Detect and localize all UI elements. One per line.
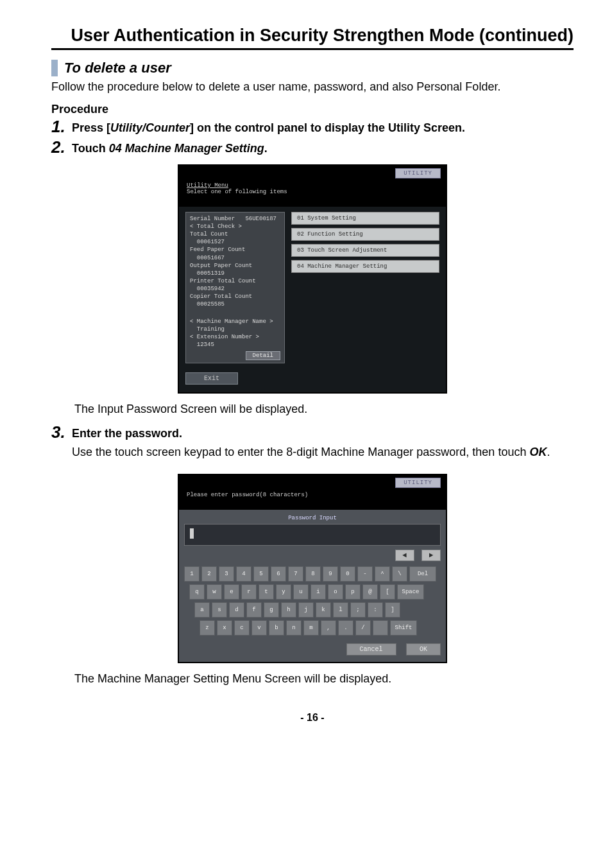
- key-p[interactable]: p: [345, 584, 361, 600]
- key-r[interactable]: r: [241, 584, 257, 600]
- password-header-text: Please enter password(8 characters): [187, 492, 438, 498]
- key-k[interactable]: k: [316, 602, 331, 618]
- step-1-number: 1.: [51, 117, 72, 136]
- key-i[interactable]: i: [310, 584, 326, 600]
- procedure-label: Procedure: [51, 103, 574, 116]
- key-g[interactable]: g: [264, 602, 279, 618]
- key-0[interactable]: 0: [340, 566, 355, 582]
- key-m[interactable]: m: [303, 620, 319, 636]
- step-3-desc-b: .: [547, 446, 550, 458]
- key-6[interactable]: 6: [271, 566, 286, 582]
- step-1-tail: ] on the control panel to display the Ut…: [190, 121, 465, 134]
- total-count-label: Total Count: [190, 230, 280, 238]
- ext-number-value: 12345: [190, 341, 280, 349]
- key-shift[interactable]: Shift: [390, 620, 417, 636]
- step-2-lead: Touch: [72, 142, 109, 155]
- key-9[interactable]: 9: [323, 566, 338, 582]
- key-3[interactable]: 3: [219, 566, 234, 582]
- key-comma[interactable]: ,: [321, 620, 336, 636]
- password-cursor: [190, 528, 194, 539]
- key-d[interactable]: d: [229, 602, 244, 618]
- copier-total-label: Copier Total Count: [190, 293, 280, 300]
- key-f[interactable]: f: [246, 602, 262, 618]
- key-v[interactable]: v: [251, 620, 267, 636]
- password-input-field[interactable]: [184, 524, 441, 546]
- key-caret[interactable]: ^: [375, 566, 390, 582]
- cursor-left-button[interactable]: ◄: [395, 550, 414, 561]
- key-period[interactable]: .: [338, 620, 353, 636]
- key-n[interactable]: n: [286, 620, 302, 636]
- key-y[interactable]: y: [276, 584, 291, 600]
- utility-header-line2: Select one of following items: [187, 189, 438, 195]
- key-lbracket[interactable]: [: [380, 584, 395, 600]
- key-4[interactable]: 4: [236, 566, 251, 582]
- cursor-right-button[interactable]: ►: [421, 550, 441, 561]
- step-3-number: 3.: [51, 423, 72, 442]
- step-2: 2. Touch 04 Machine Manager Setting.: [51, 138, 574, 157]
- key-s[interactable]: s: [212, 602, 227, 618]
- exit-button[interactable]: Exit: [185, 372, 238, 385]
- menu-03-touch-screen-adjustment[interactable]: 03 Touch Screen Adjustment: [291, 244, 439, 257]
- key-j[interactable]: j: [298, 602, 314, 618]
- step-3: 3. Enter the password. Use the touch scr…: [51, 423, 574, 466]
- key-colon[interactable]: :: [368, 602, 383, 618]
- key-w[interactable]: w: [207, 584, 222, 600]
- cancel-button[interactable]: Cancel: [346, 643, 396, 655]
- key-1[interactable]: 1: [184, 566, 200, 582]
- key-8[interactable]: 8: [305, 566, 321, 582]
- ok-button[interactable]: OK: [406, 643, 441, 655]
- page-title-container: User Authentication in Security Strength…: [51, 26, 574, 50]
- key-u[interactable]: u: [293, 584, 309, 600]
- detail-button[interactable]: Detail: [246, 351, 280, 360]
- key-t[interactable]: t: [259, 584, 274, 600]
- step-2-number: 2.: [51, 138, 72, 157]
- key-at[interactable]: @: [362, 584, 378, 600]
- key-e[interactable]: e: [224, 584, 239, 600]
- key-slash[interactable]: /: [355, 620, 371, 636]
- key-semicolon[interactable]: ;: [350, 602, 366, 618]
- mgr-name-label: < Machine Manager Name >: [190, 318, 280, 326]
- total-count-value: 00061527: [190, 238, 280, 246]
- menu-04-machine-manager-setting[interactable]: 04 Machine Manager Setting: [291, 260, 439, 273]
- key-space[interactable]: Space: [397, 584, 424, 600]
- step-2-emph: 04 Machine Manager Setting: [109, 142, 264, 155]
- key-7[interactable]: 7: [288, 566, 303, 582]
- key-a[interactable]: a: [194, 602, 210, 618]
- feed-paper-value: 00051667: [190, 254, 280, 262]
- menu-01-system-setting[interactable]: 01 System Setting: [291, 212, 439, 225]
- key-minus[interactable]: -: [357, 566, 373, 582]
- key-q[interactable]: q: [189, 584, 205, 600]
- utility-right-panel: 01 System Setting 02 Function Setting 03…: [291, 212, 439, 363]
- section-heading: To delete a user: [51, 60, 574, 76]
- feed-paper-label: Feed Paper Count: [190, 246, 280, 254]
- step-3-desc-a: Use the touch screen keypad to enter the…: [72, 446, 529, 458]
- step-2-text: Touch 04 Machine Manager Setting.: [72, 141, 574, 156]
- page-title: User Authentication in Security Strength…: [51, 26, 574, 46]
- key-l[interactable]: l: [333, 602, 348, 618]
- menu-02-function-setting[interactable]: 02 Function Setting: [291, 228, 439, 241]
- key-h[interactable]: h: [281, 602, 296, 618]
- keyboard-row-1: 1 2 3 4 5 6 7 8 9 0 - ^ \ Del: [184, 566, 441, 582]
- key-c[interactable]: c: [234, 620, 250, 636]
- utility-left-panel: Serial Number 56UE00187 < Total Check > …: [185, 212, 285, 363]
- key-2[interactable]: 2: [201, 566, 217, 582]
- key-o[interactable]: o: [328, 584, 343, 600]
- step-3-desc: Use the touch screen keypad to enter the…: [72, 444, 574, 460]
- key-del[interactable]: Del: [409, 566, 436, 582]
- step-3-lead: Enter the password.: [72, 426, 574, 441]
- intro-text: Follow the procedure below to delete a u…: [51, 79, 574, 94]
- key-backslash[interactable]: \: [392, 566, 407, 582]
- password-input-label: Password Input: [184, 514, 441, 524]
- key-x[interactable]: x: [217, 620, 232, 636]
- key-5[interactable]: 5: [253, 566, 269, 582]
- key-b[interactable]: b: [269, 620, 284, 636]
- step-2-tail: .: [264, 142, 268, 155]
- password-input-screenshot: UTILITY Please enter password(8 characte…: [178, 474, 447, 663]
- ext-number-label: < Extension Number >: [190, 333, 280, 341]
- key-z[interactable]: z: [200, 620, 215, 636]
- total-check-row: < Total Check >: [190, 223, 280, 230]
- step-3-after: The Machine Manager Setting Menu Screen …: [74, 671, 574, 686]
- key-blank[interactable]: [373, 620, 388, 636]
- page-number: - 16 -: [51, 712, 574, 724]
- key-rbracket[interactable]: ]: [385, 602, 400, 618]
